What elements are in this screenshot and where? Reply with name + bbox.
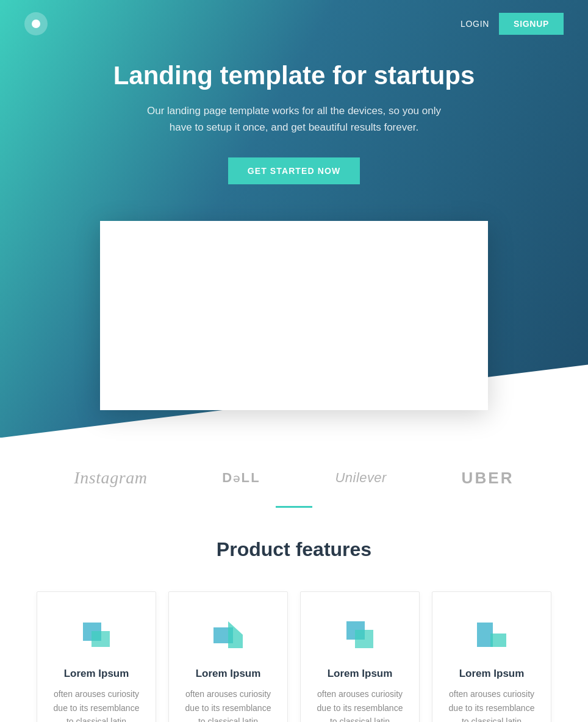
page: LOGIN SIGNUP Landing template for startu… <box>0 0 588 722</box>
feature-icon-2 <box>210 616 246 653</box>
feature-icon-3 <box>342 616 378 653</box>
features-grid: Lorem Ipsum often arouses curiosity due … <box>37 591 551 722</box>
feature-card-3: Lorem Ipsum often arouses curiosity due … <box>300 591 420 722</box>
header: LOGIN SIGNUP <box>0 0 588 48</box>
svg-marker-3 <box>228 621 243 648</box>
feature-card-title-1: Lorem Ipsum <box>49 668 143 680</box>
cta-button[interactable]: GET STARTED NOW <box>228 157 360 184</box>
feature-icon-4 <box>473 616 510 653</box>
brand-unilever: Unilever <box>335 470 387 486</box>
features-title: Product features <box>37 538 551 561</box>
brands-section: Instagram DƏLL Unilever UBER <box>0 438 588 506</box>
hero-title: Landing template for startups <box>113 61 475 90</box>
logo-icon <box>32 20 40 28</box>
feature-card-title-3: Lorem Ipsum <box>313 668 407 680</box>
feature-icon-1 <box>78 616 115 653</box>
feature-card-text-3: often arouses curiosity due to its resem… <box>313 687 407 722</box>
brand-dell: DƏLL <box>222 470 260 486</box>
login-button[interactable]: LOGIN <box>461 19 489 29</box>
white-content: Instagram DƏLL Unilever UBER Product fea… <box>0 438 588 722</box>
nav-links: LOGIN SIGNUP <box>461 13 564 35</box>
brand-uber: UBER <box>461 469 514 488</box>
hero-section: LOGIN SIGNUP Landing template for startu… <box>0 0 588 438</box>
feature-card-4: Lorem Ipsum often arouses curiosity due … <box>432 591 551 722</box>
logo[interactable] <box>24 12 48 35</box>
feature-card-text-4: often arouses curiosity due to its resem… <box>445 687 539 722</box>
brands-divider <box>276 506 312 508</box>
features-section: Product features Lorem Ipsum often arous… <box>0 520 588 722</box>
feature-card-title-4: Lorem Ipsum <box>445 668 539 680</box>
feature-card-text-2: often arouses curiosity due to its resem… <box>181 687 275 722</box>
feature-card-text-1: often arouses curiosity due to its resem… <box>49 687 143 722</box>
feature-card-1: Lorem Ipsum often arouses curiosity due … <box>37 591 156 722</box>
feature-card-2: Lorem Ipsum often arouses curiosity due … <box>168 591 288 722</box>
signup-button[interactable]: SIGNUP <box>499 13 564 35</box>
svg-rect-5 <box>355 630 373 648</box>
svg-rect-1 <box>91 631 110 647</box>
hero-subtitle: Our landing page template works for all … <box>142 103 446 135</box>
svg-rect-7 <box>490 634 506 647</box>
brand-instagram: Instagram <box>74 468 147 488</box>
feature-card-title-2: Lorem Ipsum <box>181 668 275 680</box>
